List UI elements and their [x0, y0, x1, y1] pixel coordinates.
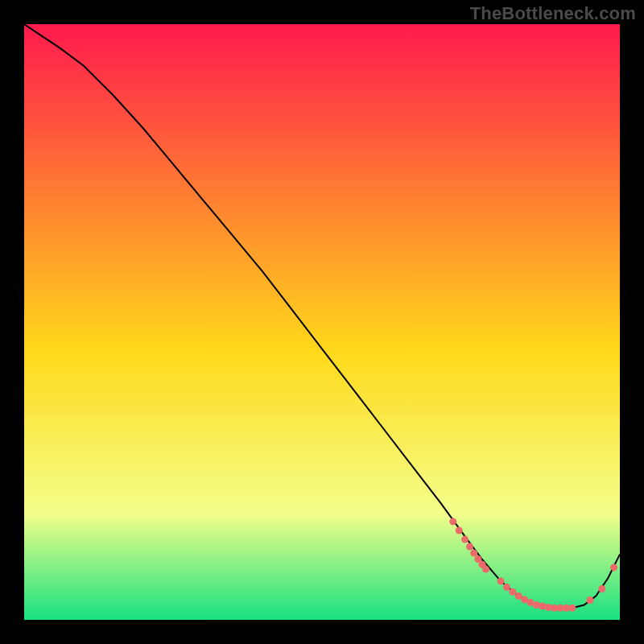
highlight-dot — [509, 588, 516, 596]
highlight-dot — [482, 566, 489, 573]
highlight-dot — [587, 597, 594, 604]
plot-area — [24, 24, 620, 620]
chart-stage: TheBottleneck.com — [0, 0, 644, 644]
gradient-background — [24, 24, 620, 620]
highlight-dot — [461, 536, 469, 543]
highlight-dot — [466, 543, 473, 550]
watermark-text: TheBottleneck.com — [470, 3, 636, 24]
highlight-dot — [449, 518, 456, 525]
highlight-dot — [539, 602, 546, 609]
highlight-dot — [470, 550, 477, 557]
highlight-dot — [497, 577, 505, 584]
highlight-dot — [456, 527, 463, 535]
highlight-dot — [598, 585, 605, 592]
highlight-dot — [610, 564, 617, 571]
highlight-dot — [568, 605, 576, 612]
highlight-dot — [503, 584, 510, 591]
highlight-dot — [533, 601, 540, 609]
chart-svg — [24, 24, 620, 620]
